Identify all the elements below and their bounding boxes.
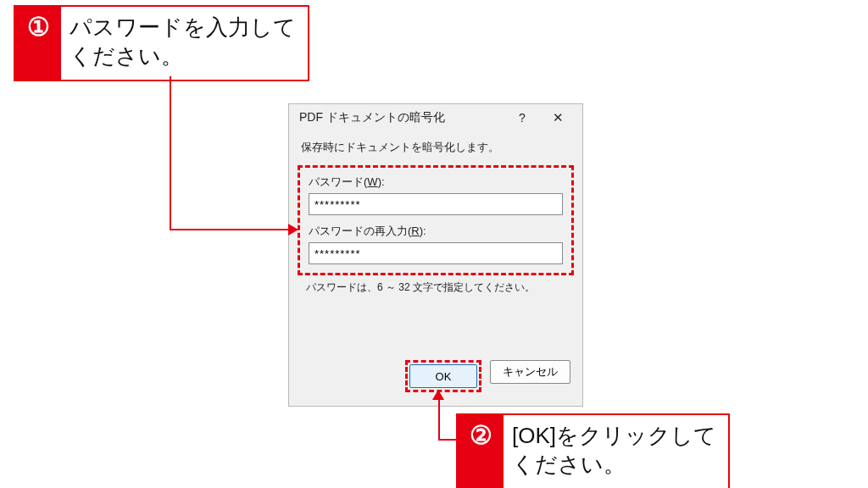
cancel-button[interactable]: キャンセル xyxy=(490,360,570,384)
password-hint: パスワードは、6 ～ 32 文字で指定してください。 xyxy=(306,280,570,295)
callout-step-2: ② [OK]をクリックして ください。 xyxy=(456,413,730,488)
password-label: パスワード(W): xyxy=(309,175,563,190)
arrow-1-head-icon xyxy=(288,224,298,236)
instruction-text: 保存時にドキュメントを暗号化します。 xyxy=(301,140,570,155)
dialog-buttons: OK キャンセル xyxy=(405,360,570,392)
step-number-icon: ② xyxy=(458,415,504,488)
dialog-title: PDF ドキュメントの暗号化 xyxy=(299,110,504,125)
reenter-password-label: パスワードの再入力(R): xyxy=(309,224,563,239)
callout-1-text: パスワードを入力して ください。 xyxy=(61,7,308,80)
reenter-password-input[interactable] xyxy=(309,242,563,264)
help-button[interactable]: ? xyxy=(504,104,540,131)
ok-button-highlight: OK xyxy=(405,360,481,392)
close-button[interactable]: ✕ xyxy=(540,104,576,131)
callout-step-1: ① パスワードを入力して ください。 xyxy=(14,5,309,81)
dialog-body: 保存時にドキュメントを暗号化します。 パスワード(W): パスワードの再入力(R… xyxy=(289,131,582,295)
arrow-1-horizontal xyxy=(170,229,288,230)
step-number-icon: ① xyxy=(15,7,61,80)
titlebar: PDF ドキュメントの暗号化 ? ✕ xyxy=(289,104,582,131)
password-input[interactable] xyxy=(309,193,563,215)
arrow-1-vertical xyxy=(170,76,171,230)
callout-2-text: [OK]をクリックして ください。 xyxy=(504,415,728,488)
ok-button[interactable]: OK xyxy=(409,364,477,388)
arrow-2-vertical xyxy=(438,390,440,441)
encrypt-pdf-dialog: PDF ドキュメントの暗号化 ? ✕ 保存時にドキュメントを暗号化します。 パス… xyxy=(288,103,583,407)
password-fields-highlight: パスワード(W): パスワードの再入力(R): xyxy=(298,165,574,275)
arrow-2-horizontal xyxy=(438,439,457,441)
